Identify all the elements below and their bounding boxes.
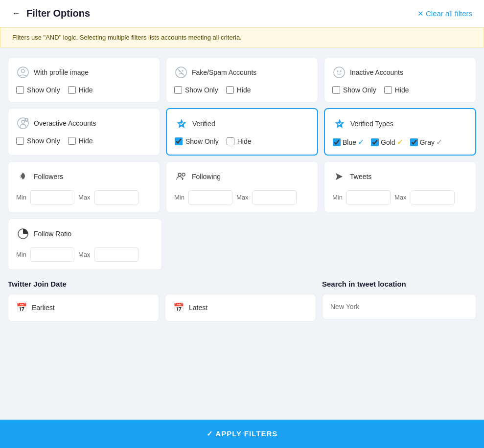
- follow-ratio-label: Follow Ratio: [34, 230, 71, 238]
- inactive-accounts-show-only[interactable]: Show Only: [332, 86, 376, 94]
- fake-spam-label: Fake/Spam Accounts: [192, 68, 256, 76]
- overactive-accounts-label: Overactive Accounts: [34, 119, 96, 127]
- with-profile-image-header: With profile image: [16, 66, 152, 79]
- verified-type-blue[interactable]: Blue ✓: [333, 137, 364, 147]
- verified-types-options: Blue ✓ Gold ✓ Gray ✓: [333, 137, 467, 147]
- followers-max-input[interactable]: [94, 190, 138, 204]
- tweets-label: Tweets: [350, 173, 371, 180]
- tweet-location-input[interactable]: [330, 303, 468, 311]
- apply-filters-bar[interactable]: ✓ APPLY FILTERS: [0, 420, 484, 448]
- verified-show-only-checkbox[interactable]: [175, 137, 183, 145]
- verified-hide[interactable]: Hide: [227, 137, 252, 145]
- svg-point-7: [337, 70, 339, 72]
- verified-types-label: Verified Types: [350, 120, 393, 128]
- tweets-min-input[interactable]: [346, 190, 391, 204]
- verified-card: Verified Show Only Hide: [166, 108, 318, 156]
- empty-filler: [168, 219, 476, 270]
- verified-type-gray-checkbox[interactable]: [410, 138, 418, 146]
- overactive-accounts-show-only-checkbox[interactable]: [16, 137, 24, 145]
- filter-row-2: Overactive Accounts Show Only Hide: [8, 108, 476, 156]
- followers-header: Followers: [16, 170, 152, 183]
- date-grid: 📅 Earliest 📅 Latest: [8, 294, 316, 321]
- following-min-input[interactable]: [188, 190, 232, 204]
- tweets-header: Tweets: [332, 170, 468, 183]
- gray-type-badge: Gray ✓: [420, 137, 442, 147]
- overactive-accounts-card: Overactive Accounts Show Only Hide: [8, 108, 160, 156]
- fake-spam-show-only-checkbox[interactable]: [174, 86, 182, 94]
- with-profile-image-show-only[interactable]: Show Only: [16, 86, 60, 94]
- info-banner: Filters use "AND" logic. Selecting multi…: [0, 27, 484, 47]
- overactive-accounts-header: Overactive Accounts: [16, 116, 152, 130]
- earliest-date-card[interactable]: 📅 Earliest: [8, 294, 159, 321]
- verified-icon: [175, 117, 188, 131]
- gray-check-icon: ✓: [436, 137, 442, 147]
- verified-types-header: Verified Types: [333, 117, 467, 131]
- svg-point-6: [334, 67, 345, 78]
- fake-spam-hide[interactable]: Hide: [226, 86, 251, 94]
- back-button[interactable]: ←: [12, 8, 21, 19]
- verified-type-gold[interactable]: Gold ✓: [371, 137, 403, 147]
- tweet-location-card: [322, 294, 476, 319]
- verified-type-gray[interactable]: Gray ✓: [410, 137, 442, 147]
- overactive-accounts-hide-checkbox[interactable]: [68, 137, 76, 145]
- overactive-accounts-hide[interactable]: Hide: [68, 137, 93, 145]
- page-title: Filter Options: [26, 8, 90, 19]
- tweet-location-title: Search in tweet location: [322, 280, 476, 288]
- twitter-join-date-title: Twitter Join Date: [8, 280, 316, 288]
- verified-hide-checkbox[interactable]: [227, 137, 234, 145]
- svg-marker-14: [336, 173, 343, 180]
- follow-ratio-max-input[interactable]: [94, 247, 138, 262]
- following-icon: [174, 170, 188, 183]
- following-max-input[interactable]: [253, 190, 297, 204]
- following-label: Following: [192, 173, 221, 180]
- with-profile-image-show-only-checkbox[interactable]: [16, 86, 24, 94]
- verified-type-gold-checkbox[interactable]: [371, 138, 379, 146]
- fake-spam-show-only[interactable]: Show Only: [174, 86, 218, 94]
- calendar-earliest-icon: 📅: [16, 302, 27, 313]
- filter-row-3: Followers Min Max Foll: [8, 161, 476, 213]
- followers-card: Followers Min Max: [8, 161, 160, 213]
- inactive-accounts-header: Inactive Accounts: [332, 66, 468, 79]
- follow-ratio-card: Follow Ratio Min Max: [8, 219, 162, 270]
- svg-point-8: [340, 70, 342, 72]
- verified-options: Show Only Hide: [175, 137, 309, 145]
- inactive-accounts-hide-checkbox[interactable]: [384, 86, 392, 94]
- content: With profile image Show Only Hide: [0, 47, 484, 331]
- followers-min-input[interactable]: [30, 190, 74, 204]
- follow-ratio-icon: [16, 227, 30, 241]
- fake-spam-card: Fake/Spam Accounts Show Only Hide: [166, 57, 318, 102]
- apply-filters-label: ✓ APPLY FILTERS: [207, 429, 278, 438]
- overactive-accounts-options: Show Only Hide: [16, 137, 152, 145]
- overactive-accounts-show-only[interactable]: Show Only: [16, 137, 60, 145]
- verified-types-icon: [333, 117, 346, 131]
- tweets-max-input[interactable]: [411, 190, 455, 204]
- verified-type-blue-checkbox[interactable]: [333, 138, 341, 146]
- inactive-accounts-hide[interactable]: Hide: [384, 86, 409, 94]
- inactive-accounts-show-only-checkbox[interactable]: [332, 86, 340, 94]
- verified-types-card: Verified Types Blue ✓ Gold ✓: [324, 108, 476, 156]
- with-profile-image-hide[interactable]: Hide: [68, 86, 93, 94]
- inactive-accounts-icon: [332, 66, 346, 79]
- followers-label: Followers: [34, 173, 63, 180]
- follow-ratio-range: Min Max: [16, 247, 154, 262]
- clear-all-filters-button[interactable]: ✕ Clear all filters: [417, 9, 472, 18]
- follow-ratio-min-input[interactable]: [30, 247, 74, 262]
- svg-line-5: [178, 69, 184, 76]
- blue-check-icon: ✓: [358, 137, 364, 147]
- earliest-date-label: Earliest: [32, 304, 55, 312]
- tweets-card: Tweets Min Max: [324, 161, 476, 213]
- inactive-accounts-options: Show Only Hide: [332, 86, 468, 94]
- followers-icon: [16, 170, 30, 183]
- follow-ratio-header: Follow Ratio: [16, 227, 154, 241]
- latest-date-card[interactable]: 📅 Latest: [165, 294, 316, 321]
- fake-spam-hide-checkbox[interactable]: [226, 86, 234, 94]
- svg-point-13: [182, 173, 185, 176]
- header: ← Filter Options ✕ Clear all filters: [0, 0, 484, 27]
- with-profile-image-hide-checkbox[interactable]: [68, 86, 76, 94]
- verified-header: Verified: [175, 117, 309, 131]
- fake-spam-header: Fake/Spam Accounts: [174, 66, 310, 79]
- following-range: Min Max: [174, 190, 310, 204]
- following-header: Following: [174, 170, 310, 183]
- verified-show-only[interactable]: Show Only: [175, 137, 219, 145]
- tweets-icon: [332, 170, 346, 183]
